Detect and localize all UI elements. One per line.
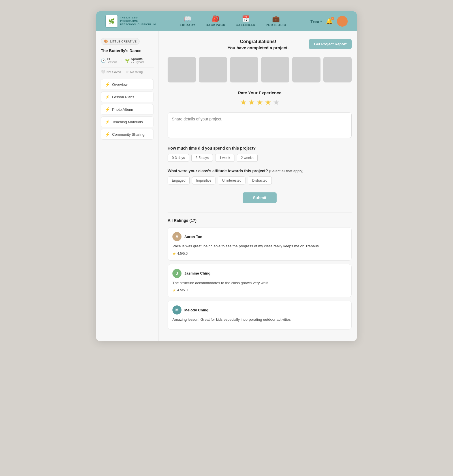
sidebar: 🎨 LITTLE CREATIVE The Butterfly's Dance … <box>96 31 159 341</box>
nav-label-calendar: CALENDAR <box>236 23 256 27</box>
sidebar-item-community-sharing[interactable]: ⚡ Community Sharing <box>101 129 154 140</box>
badge-icon: 🎨 <box>104 39 108 43</box>
app-window: 🌿 THE LITTLES' PROGRAMME Preschool Curri… <box>96 11 357 341</box>
review-header-aaron: A Aaron Tan <box>172 232 347 241</box>
calendar-icon: 📅 <box>242 16 249 22</box>
time-option-0-3[interactable]: 0-3 days <box>168 154 189 162</box>
star-4[interactable]: ★ <box>265 98 271 107</box>
logo-text: THE LITTLES' PROGRAMME Preschool Curricu… <box>120 16 156 26</box>
time-option-3-5[interactable]: 3-5 days <box>191 154 213 162</box>
notification-bell[interactable]: 🔔 1 <box>326 18 333 25</box>
review-card-jasmine: J Jasmine Ching The structure accommodat… <box>168 264 352 298</box>
heart-icon: 🤍 <box>101 70 105 74</box>
sidebar-item-photo-album[interactable]: ⚡ Photo Album <box>101 104 154 115</box>
avatar-aaron: A <box>172 232 181 241</box>
divider <box>168 212 352 212</box>
tree-label: Tree <box>310 19 319 24</box>
star-5[interactable]: ★ <box>273 98 279 107</box>
chevron-down-icon: ▾ <box>320 20 322 23</box>
attitude-uninterested[interactable]: Uninterested <box>218 177 245 184</box>
star-2[interactable]: ★ <box>248 98 255 107</box>
congrats-text: Congratulations! You have completed a pr… <box>207 39 309 50</box>
attitude-inquisitive[interactable]: Inquisitive <box>192 177 215 184</box>
review-text-jasmine: The structure accommodates to the class … <box>172 280 347 286</box>
thumbnail-1 <box>168 57 196 82</box>
star-3[interactable]: ★ <box>257 98 263 107</box>
main-panel: Congratulations! You have completed a pr… <box>159 31 357 341</box>
meta-lessons: 🕐 11 Lessons <box>101 57 117 64</box>
community-sharing-icon: ⚡ <box>105 132 110 137</box>
thumbnail-6 <box>323 57 352 82</box>
nav-item-library[interactable]: 📖 LIBRARY <box>180 16 195 27</box>
review-header-jasmine: J Jasmine Ching <box>172 269 347 278</box>
thumbnail-4 <box>261 57 289 82</box>
rating-section: Rate Your Experience ★ ★ ★ ★ ★ <box>168 90 352 107</box>
stars-row: ★ ★ ★ ★ ★ <box>168 98 352 107</box>
nav-item-calendar[interactable]: 📅 CALENDAR <box>236 16 256 27</box>
sidebar-item-lesson-plans[interactable]: ⚡ Lesson Plans <box>101 92 154 102</box>
teaching-materials-icon: ⚡ <box>105 120 110 124</box>
review-text-aaron: Pace is was great, being able to see the… <box>172 243 347 249</box>
photo-album-icon: ⚡ <box>105 107 110 112</box>
save-action[interactable]: 🤍 Not Saved <box>101 70 121 74</box>
rating-title: Rate Your Experience <box>168 90 352 95</box>
overview-icon: ⚡ <box>105 82 110 87</box>
star-icon-empty: ☆ <box>125 70 129 74</box>
avatar-jasmine-img: J <box>172 269 181 278</box>
time-question-label: How much time did you spend on this proj… <box>168 146 352 150</box>
all-ratings-title: All Ratings (17) <box>168 218 352 223</box>
review-stars-aaron: ★ 4.5/5.0 <box>172 251 347 256</box>
review-text-melody: Amazing lesson! Great for kids especiall… <box>172 317 347 322</box>
header: 🌿 THE LITTLES' PROGRAMME Preschool Curri… <box>96 11 357 31</box>
sidebar-item-overview[interactable]: ⚡ Overview <box>101 79 154 90</box>
avatar-aaron-img: A <box>172 232 181 241</box>
avatar-jasmine: J <box>172 269 181 278</box>
thumbnails-row <box>168 57 352 82</box>
attitude-distracted[interactable]: Distracted <box>248 177 272 184</box>
nav-label-backpack: BACKPACK <box>206 23 225 27</box>
project-meta: 🕐 11 Lessons | 🌱 Sprouts 2 - 3 years <box>101 57 154 67</box>
library-icon: 📖 <box>184 16 191 22</box>
review-stars-jasmine: ★ 4.5/5.0 <box>172 288 347 292</box>
attitude-engaged[interactable]: Engaged <box>168 177 190 184</box>
rating-action[interactable]: ☆ No rating <box>125 70 143 74</box>
nav-label-library: LIBRARY <box>180 23 195 27</box>
attitude-options-row: Engaged Inquisitive Uninterested Distrac… <box>168 177 352 184</box>
review-card-aaron: A Aaron Tan Pace is was great, being abl… <box>168 227 352 261</box>
submit-button[interactable]: Submit <box>243 192 276 203</box>
congrats-header: Congratulations! You have completed a pr… <box>168 39 352 50</box>
sidebar-nav: ⚡ Overview ⚡ Lesson Plans ⚡ Photo Album … <box>101 79 154 140</box>
main-nav: 📖 LIBRARY 🎒 BACKPACK 📅 CALENDAR 💼 PORTFO… <box>180 16 287 27</box>
thumbnail-3 <box>230 57 258 82</box>
submit-row: Submit <box>168 192 352 203</box>
congrats-subtitle: You have completed a project. <box>207 45 309 50</box>
star-1[interactable]: ★ <box>240 98 247 107</box>
nav-item-portfolio[interactable]: 💼 PORTFOLIO <box>266 16 286 27</box>
logo-box: 🌿 <box>105 15 118 27</box>
time-options-row: 0-3 days 3-5 days 1 week 2 weeks <box>168 154 352 162</box>
reviewer-name-jasmine: Jasmine Ching <box>184 271 210 275</box>
review-textarea[interactable] <box>168 112 352 138</box>
sprout-icon: 🌱 <box>125 58 130 63</box>
avatar-melody-img: M <box>172 305 181 314</box>
time-option-1week[interactable]: 1 week <box>215 154 234 162</box>
attitude-question-label: What were your class's attitude towards … <box>168 169 352 173</box>
review-header-melody: M Melody Ching <box>172 305 347 314</box>
sidebar-item-teaching-materials[interactable]: ⚡ Teaching Materials <box>101 116 154 127</box>
project-actions: 🤍 Not Saved ☆ No rating <box>101 70 154 74</box>
clock-icon: 🕐 <box>101 58 106 63</box>
logo-area: 🌿 THE LITTLES' PROGRAMME Preschool Curri… <box>105 15 156 27</box>
lesson-plans-icon: ⚡ <box>105 95 110 99</box>
get-report-button[interactable]: Get Project Report <box>309 39 352 49</box>
user-avatar[interactable] <box>337 16 348 27</box>
project-title: The Butterfly's Dance <box>101 48 154 53</box>
nav-item-backpack[interactable]: 🎒 BACKPACK <box>206 16 225 27</box>
thumbnail-5 <box>292 57 320 82</box>
backpack-icon: 🎒 <box>212 16 219 22</box>
reviewer-name-aaron: Aaron Tan <box>184 235 202 239</box>
main-content: 🎨 LITTLE CREATIVE The Butterfly's Dance … <box>96 31 357 341</box>
logo-icon: 🌿 <box>108 18 115 24</box>
time-option-2weeks[interactable]: 2 weeks <box>237 154 258 162</box>
review-card-melody: M Melody Ching Amazing lesson! Great for… <box>168 301 352 330</box>
tree-selector[interactable]: Tree ▾ <box>310 19 322 24</box>
